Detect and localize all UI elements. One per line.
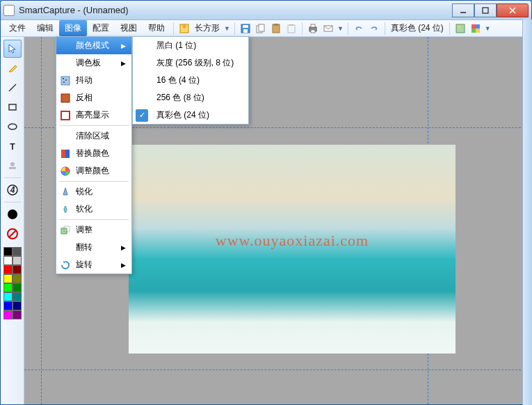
svg-rect-11	[274, 24, 278, 26]
line-tool[interactable]	[3, 79, 22, 97]
menu-separator	[59, 181, 129, 182]
menu-view[interactable]: 视图	[115, 20, 143, 36]
text-tool[interactable]: T	[3, 137, 22, 155]
svg-rect-35	[61, 77, 70, 85]
fill-color[interactable]	[3, 205, 22, 223]
palette-icon[interactable]	[468, 21, 483, 36]
adjust-color-icon	[59, 165, 72, 177]
app-icon	[3, 5, 15, 16]
guide-horizontal[interactable]	[24, 370, 531, 370]
check-placeholder	[136, 74, 148, 87]
menu-separator	[59, 125, 129, 126]
stamp-tool[interactable]	[3, 157, 22, 175]
svg-rect-41	[61, 150, 65, 158]
svg-rect-28	[10, 162, 15, 166]
pointer-tool[interactable]	[3, 40, 22, 58]
color-mode-label[interactable]: 真彩色 (24 位)	[388, 22, 446, 34]
rotate-icon	[59, 259, 72, 271]
svg-rect-16	[311, 30, 315, 33]
minimize-button[interactable]	[452, 3, 474, 17]
separator	[302, 22, 303, 35]
dropdown-arrow-icon[interactable]: ▼	[337, 25, 344, 32]
new-capture-icon[interactable]	[177, 21, 192, 36]
separator	[173, 22, 174, 35]
dropdown-arrow-icon[interactable]: ▼	[224, 25, 230, 32]
paste-icon[interactable]	[268, 21, 284, 36]
menu-rotate[interactable]: 旋转 ▶	[56, 256, 131, 273]
sharpen-icon	[59, 186, 72, 198]
menu-adjust-color[interactable]: 调整颜色	[56, 162, 131, 180]
divider	[4, 202, 21, 202]
menu-clear-region[interactable]: 清除区域	[56, 127, 131, 145]
svg-line-34	[9, 230, 16, 237]
undo-icon[interactable]	[351, 21, 366, 36]
copy-icon[interactable]	[253, 21, 268, 36]
window-controls	[452, 3, 529, 17]
image-icon[interactable]	[453, 21, 468, 36]
save-icon[interactable]	[238, 21, 253, 36]
check-placeholder	[136, 92, 148, 104]
color-mode-submenu: 黑白 (1 位) 灰度 (256 级别, 8 位) 16 色 (4 位) 256…	[132, 36, 249, 125]
submenu-16color[interactable]: 16 色 (4 位)	[133, 72, 248, 89]
submenu-arrow-icon: ▶	[121, 60, 126, 67]
svg-rect-18	[456, 24, 465, 33]
svg-rect-21	[476, 24, 480, 29]
svg-point-37	[65, 79, 67, 81]
email-icon[interactable]	[321, 21, 336, 36]
menu-edit[interactable]: 编辑	[31, 20, 59, 36]
redo-icon[interactable]	[366, 21, 382, 36]
maximize-button[interactable]	[474, 3, 497, 17]
close-button[interactable]	[497, 3, 529, 17]
menu-config[interactable]: 配置	[87, 20, 115, 36]
ellipse-tool[interactable]	[3, 118, 22, 136]
svg-rect-22	[471, 29, 476, 33]
tool-panel: T 4	[1, 37, 24, 404]
color-palette[interactable]	[3, 247, 22, 319]
submenu-arrow-icon: ▶	[121, 42, 126, 49]
menu-resize[interactable]: 调整	[56, 221, 131, 239]
submenu-bw[interactable]: 黑白 (1 位)	[133, 37, 248, 54]
menu-highlight[interactable]: 高亮显示	[56, 106, 131, 124]
menu-flip[interactable]: 翻转 ▶	[56, 239, 131, 256]
divider	[4, 177, 21, 178]
no-fill[interactable]	[3, 225, 22, 243]
menu-color-mode[interactable]: 颜色模式 ▶	[56, 37, 131, 54]
submenu-grayscale[interactable]: 灰度 (256 级别, 8 位)	[133, 54, 248, 72]
dropdown-arrow-icon[interactable]: ▼	[485, 25, 491, 32]
svg-point-36	[63, 78, 64, 79]
svg-rect-20	[471, 24, 476, 29]
dither-icon	[59, 74, 72, 87]
submenu-256color[interactable]: 256 色 (8 位)	[133, 89, 248, 106]
menu-invert[interactable]: 反相	[56, 89, 131, 106]
rectangle-tool[interactable]	[3, 98, 22, 116]
svg-point-19	[458, 26, 460, 29]
submenu-truecolor[interactable]: ✓ 真彩色 (24 位)	[133, 106, 248, 124]
number-tool[interactable]: 4	[3, 181, 22, 199]
svg-point-38	[63, 81, 65, 83]
svg-rect-6	[243, 25, 248, 28]
menu-image[interactable]: 图像	[59, 20, 87, 36]
pencil-tool[interactable]	[3, 59, 22, 77]
print-icon[interactable]	[305, 21, 321, 36]
menu-dither[interactable]: 抖动	[56, 72, 131, 89]
menu-replace-color[interactable]: 替换颜色	[56, 145, 131, 162]
menu-file[interactable]: 文件	[3, 20, 31, 36]
menu-palette[interactable]: 调色板 ▶	[56, 54, 131, 72]
separator	[449, 22, 450, 35]
watermark-text: www.ouyaoxiazai.com	[216, 232, 369, 250]
image-content[interactable]: www.ouyaoxiazai.com	[129, 145, 456, 354]
window-title: SmartCapture - (Unnamed)	[19, 5, 452, 15]
shape-label[interactable]: 长方形	[192, 22, 223, 34]
menu-help[interactable]: 帮助	[143, 20, 170, 36]
clipboard-icon[interactable]	[284, 21, 299, 36]
titlebar[interactable]: SmartCapture - (Unnamed)	[1, 1, 531, 20]
menu-soften[interactable]: 软化	[56, 200, 131, 218]
menu-sharpen[interactable]: 锐化	[56, 183, 131, 200]
scrollbar-vertical[interactable]	[522, 19, 532, 405]
svg-rect-23	[476, 29, 480, 33]
svg-rect-13	[289, 24, 293, 26]
blank-icon	[59, 57, 72, 70]
blank-icon	[59, 40, 72, 52]
replace-color-icon	[59, 148, 72, 160]
guide-vertical[interactable]	[41, 37, 42, 404]
